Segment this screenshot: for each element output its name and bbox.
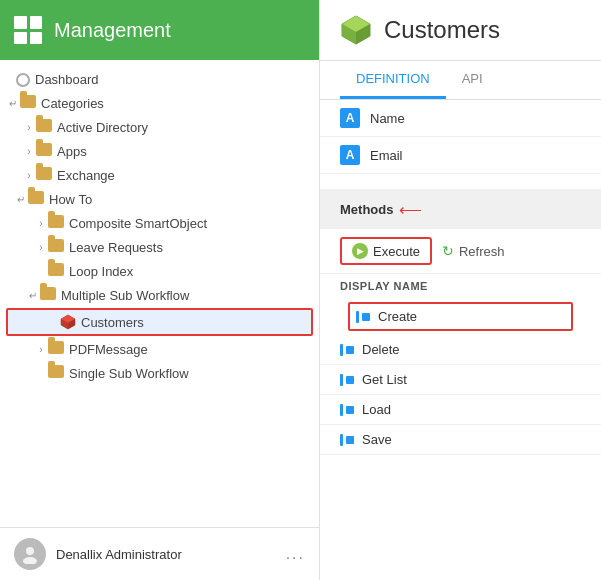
page-title: Customers	[384, 16, 500, 44]
method-icon-delete	[340, 344, 354, 356]
execute-label: Execute	[373, 244, 420, 259]
method-name-create: Create	[378, 309, 417, 324]
customers-icon	[340, 14, 372, 46]
sidebar-item-loop-index[interactable]: › Loop Index	[0, 259, 319, 283]
play-icon: ▶	[352, 243, 368, 259]
method-icon-create	[356, 311, 370, 323]
sidebar-item-label: PDFMessage	[69, 342, 148, 357]
chevron-icon: ›	[24, 170, 34, 181]
method-row-delete[interactable]: Delete	[320, 335, 601, 365]
tab-api[interactable]: API	[446, 61, 499, 99]
avatar	[14, 538, 46, 570]
sidebar-item-label: Composite SmartObject	[69, 216, 207, 231]
refresh-button[interactable]: ↻ Refresh	[442, 243, 505, 259]
main-content: A Name A Email Methods ⟵ ▶ Execute ↻ Ref…	[320, 100, 601, 580]
folder-icon-leave	[48, 239, 64, 255]
svg-point-5	[23, 557, 37, 564]
methods-toolbar: ▶ Execute ↻ Refresh	[320, 229, 601, 274]
method-icon-load	[340, 404, 354, 416]
spacer-row	[320, 174, 601, 190]
chevron-icon: ›	[24, 146, 34, 157]
arrow-right-icon: ⟵	[399, 200, 422, 219]
refresh-icon: ↻	[442, 243, 454, 259]
folder-icon-howto	[28, 191, 44, 207]
sidebar-item-label: Apps	[57, 144, 87, 159]
smartobject-icon	[60, 314, 76, 330]
main-panel: Customers DEFINITION API A Name A Email …	[320, 0, 601, 580]
folder-icon-composite	[48, 215, 64, 231]
footer-username: Denallix Administrator	[56, 547, 276, 562]
sidebar-item-composite[interactable]: › Composite SmartObject	[0, 211, 319, 235]
sidebar-item-how-to[interactable]: ↵ How To	[0, 187, 319, 211]
folder-icon-pdf	[48, 341, 64, 357]
sidebar-item-label: Multiple Sub Workflow	[61, 288, 189, 303]
sidebar-item-active-directory[interactable]: › Active Directory	[0, 115, 319, 139]
svg-point-4	[26, 547, 34, 555]
sidebar-item-dashboard[interactable]: Dashboard	[0, 68, 319, 91]
method-row-wrapper-create: Create	[320, 298, 601, 335]
chevron-icon: ›	[36, 218, 46, 229]
dashboard-icon	[16, 73, 30, 87]
method-row-save[interactable]: Save	[320, 425, 601, 455]
sidebar-item-label: Customers	[81, 315, 144, 330]
sidebar-item-label: Dashboard	[35, 72, 99, 87]
collapse-icon: ↵	[28, 290, 38, 301]
methods-label: Methods	[340, 202, 393, 217]
method-name-get-list: Get List	[362, 372, 407, 387]
sidebar-item-label: Leave Requests	[69, 240, 163, 255]
tab-definition[interactable]: DEFINITION	[340, 61, 446, 99]
folder-icon-categories	[20, 95, 36, 111]
method-icon-get-list	[340, 374, 354, 386]
collapse-icon: ↵	[8, 98, 18, 109]
field-name-name: Name	[370, 111, 405, 126]
folder-icon-exchange	[36, 167, 52, 183]
sidebar-item-label: Exchange	[57, 168, 115, 183]
sidebar-item-categories[interactable]: ↵ Categories	[0, 91, 319, 115]
method-row-get-list[interactable]: Get List	[320, 365, 601, 395]
sidebar: Management Dashboard ↵ Categories › Acti…	[0, 0, 320, 580]
folder-icon-multisub	[40, 287, 56, 303]
method-row-load[interactable]: Load	[320, 395, 601, 425]
footer-menu-icon[interactable]: ...	[286, 545, 305, 563]
method-name-load: Load	[362, 402, 391, 417]
method-row-create[interactable]: Create	[348, 302, 573, 331]
sidebar-item-apps[interactable]: › Apps	[0, 139, 319, 163]
field-row-name: A Name	[320, 100, 601, 137]
sidebar-item-customers[interactable]: Customers	[6, 308, 313, 336]
method-name-save: Save	[362, 432, 392, 447]
sidebar-item-multiple-sub[interactable]: ↵ Multiple Sub Workflow	[0, 283, 319, 307]
sidebar-item-label: Single Sub Workflow	[69, 366, 189, 381]
sidebar-item-leave-requests[interactable]: › Leave Requests	[0, 235, 319, 259]
sidebar-item-exchange[interactable]: › Exchange	[0, 163, 319, 187]
chevron-icon: ›	[36, 344, 46, 355]
sidebar-item-label: How To	[49, 192, 92, 207]
field-type-icon-email: A	[340, 145, 360, 165]
main-header: Customers	[320, 0, 601, 61]
tab-bar: DEFINITION API	[320, 61, 601, 100]
sidebar-item-single-sub[interactable]: › Single Sub Workflow	[0, 361, 319, 385]
folder-icon-apps	[36, 143, 52, 159]
grid-icon	[14, 16, 42, 44]
collapse-icon: ↵	[16, 194, 26, 205]
chevron-icon: ›	[24, 122, 34, 133]
folder-icon-loop	[48, 263, 64, 279]
field-type-icon-name: A	[340, 108, 360, 128]
field-row-email: A Email	[320, 137, 601, 174]
sidebar-item-label: Active Directory	[57, 120, 148, 135]
sidebar-footer: Denallix Administrator ...	[0, 527, 319, 580]
sidebar-header: Management	[0, 0, 319, 60]
folder-icon-ad	[36, 119, 52, 135]
sidebar-item-pdfmessage[interactable]: › PDFMessage	[0, 337, 319, 361]
chevron-icon: ›	[36, 242, 46, 253]
field-name-email: Email	[370, 148, 403, 163]
sidebar-item-label: Loop Index	[69, 264, 133, 279]
sidebar-title: Management	[54, 19, 171, 42]
refresh-label: Refresh	[459, 244, 505, 259]
execute-button[interactable]: ▶ Execute	[340, 237, 432, 265]
method-icon-save	[340, 434, 354, 446]
methods-section-header: Methods ⟵	[320, 190, 601, 229]
folder-icon-single	[48, 365, 64, 381]
sidebar-item-label: Categories	[41, 96, 104, 111]
sidebar-tree: Dashboard ↵ Categories › Active Director…	[0, 60, 319, 527]
method-name-delete: Delete	[362, 342, 400, 357]
